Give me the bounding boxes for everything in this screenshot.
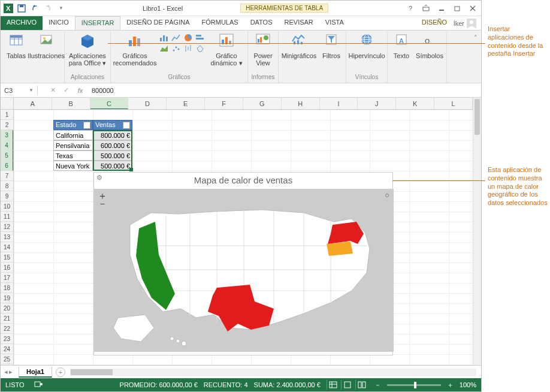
tab-formulas[interactable]: FÓRMULAS [196, 16, 244, 30]
table-header-ventas[interactable]: Ventas▾ [93, 120, 132, 130]
row-header[interactable]: 2 [1, 120, 13, 130]
row-header[interactable]: 7 [1, 171, 13, 181]
filters-button[interactable]: Filtros [319, 33, 343, 67]
row-header[interactable]: 23 [1, 334, 13, 344]
tab-datos[interactable]: DATOS [244, 16, 279, 30]
column-header[interactable]: E [167, 98, 205, 109]
column-header[interactable]: C [90, 98, 129, 109]
zoom-in-icon[interactable]: ＋ [447, 381, 454, 390]
horizontal-scrollbar[interactable] [70, 369, 476, 376]
map-zoom-controls[interactable]: ＋－ [98, 192, 107, 208]
help-icon[interactable]: ? [404, 3, 416, 14]
table-cell[interactable]: 500.000 € [93, 161, 132, 171]
tab-insertar[interactable]: INSERTAR [75, 16, 121, 30]
text-button[interactable]: ATexto [390, 33, 413, 67]
macro-record-icon[interactable] [34, 381, 43, 389]
zoom-out-icon[interactable]: － [374, 381, 381, 390]
tab-archivo[interactable]: ARCHIVO [1, 16, 43, 30]
row-header[interactable]: 15 [1, 252, 13, 263]
tab-inicio[interactable]: INICIO [43, 16, 75, 30]
table-cell[interactable]: Pensilvania [53, 140, 93, 150]
row-header[interactable]: 19 [1, 293, 13, 303]
fx-icon[interactable]: fx [72, 87, 88, 94]
filter-dropdown-icon[interactable]: ▾ [123, 122, 130, 129]
undo-icon[interactable] [29, 3, 40, 14]
filter-dropdown-icon[interactable]: ▾ [83, 122, 90, 129]
save-icon[interactable] [16, 3, 27, 14]
signed-in-user[interactable]: Íker [454, 19, 476, 28]
row-header[interactable]: 20 [1, 303, 13, 313]
table-cell[interactable]: 800.000 € [93, 130, 132, 140]
sheet-nav-next-icon[interactable]: ▸ [9, 368, 13, 376]
row-header[interactable]: 5 [1, 150, 13, 161]
qat-dropdown-icon[interactable]: ▼ [56, 3, 67, 14]
row-header[interactable]: 1 [1, 110, 13, 120]
row-header[interactable]: 17 [1, 273, 13, 283]
restore-icon[interactable] [451, 3, 463, 14]
view-page-layout-icon[interactable] [341, 380, 354, 390]
select-all-corner[interactable] [1, 98, 14, 110]
table-cell[interactable]: 600.000 € [93, 140, 132, 150]
row-header[interactable]: 8 [1, 181, 13, 191]
column-header[interactable]: D [128, 98, 167, 109]
sparklines-button[interactable]: Minigráficos [281, 33, 317, 67]
table-cell[interactable]: 500.000 € [93, 150, 132, 161]
content-app-heatmap[interactable]: ⚙ Mapa de calor de ventas ＋－ [93, 172, 393, 355]
table-header-estado[interactable]: Estado▾ [53, 120, 93, 130]
new-sheet-button[interactable]: + [56, 367, 65, 377]
redo-icon[interactable] [43, 3, 53, 14]
row-header[interactable]: 12 [1, 222, 13, 232]
tab-vista[interactable]: VISTA [319, 16, 350, 30]
ribbon-options-icon[interactable] [420, 3, 432, 14]
row-header[interactable]: 21 [1, 313, 13, 324]
column-header[interactable]: F [205, 98, 243, 109]
formula-input[interactable]: 800000 [88, 86, 481, 95]
column-headers[interactable]: ABCDEFGHIJKL [14, 98, 473, 110]
table-cell[interactable]: California [53, 130, 93, 140]
sheet-nav-prev-icon[interactable]: ◂ [4, 368, 8, 376]
close-icon[interactable] [467, 3, 479, 14]
row-header[interactable]: 13 [1, 232, 13, 242]
row-header[interactable]: 10 [1, 201, 13, 212]
collapse-ribbon-icon[interactable]: ˄ [470, 32, 481, 44]
column-header[interactable]: G [243, 98, 282, 109]
table-cell[interactable]: Nueva York [53, 161, 93, 171]
recommended-charts-button[interactable]: Gráficos recomendados [113, 33, 156, 67]
spreadsheet-grid[interactable]: ABCDEFGHIJKL 123456789101112131415161718… [1, 98, 481, 365]
pivotchart-button[interactable]: Gráfico dinámico ▾ [208, 33, 245, 67]
column-header[interactable]: H [282, 98, 320, 109]
row-header[interactable]: 14 [1, 242, 13, 252]
row-header[interactable]: 9 [1, 191, 13, 201]
row-header[interactable]: 3 [1, 130, 13, 140]
symbols-button[interactable]: ΩSímbolos [415, 33, 444, 67]
tables-button[interactable]: Tablas [4, 33, 28, 67]
row-header[interactable]: 16 [1, 263, 13, 273]
minimize-icon[interactable] [436, 3, 448, 14]
view-page-break-icon[interactable] [355, 380, 368, 390]
row-headers[interactable]: 1234567891011121314151617181920212223242… [1, 110, 14, 365]
tab-diseno-pagina[interactable]: DISEÑO DE PÁGINA [120, 16, 195, 30]
row-header[interactable]: 24 [1, 344, 13, 354]
illustrations-button[interactable]: Ilustraciones [31, 33, 62, 67]
column-header[interactable]: L [434, 98, 473, 109]
row-header[interactable]: 4 [1, 140, 13, 150]
row-header[interactable]: 25 [1, 354, 13, 364]
column-header[interactable]: J [358, 98, 396, 109]
tab-diseno[interactable]: DISEÑO [416, 16, 453, 30]
vertical-scrollbar[interactable] [473, 98, 481, 365]
row-header[interactable]: 22 [1, 324, 13, 334]
row-header[interactable]: 11 [1, 212, 13, 222]
enter-formula-icon[interactable]: ✓ [64, 86, 69, 94]
power-view-button[interactable]: Power View [250, 33, 276, 67]
column-header[interactable]: K [396, 98, 434, 109]
table-cell[interactable]: Texas [53, 150, 93, 161]
name-box[interactable]: C3▼ [1, 86, 38, 95]
column-header[interactable]: A [14, 98, 52, 109]
hyperlink-button[interactable]: Hipervínculo [349, 33, 385, 67]
row-header[interactable]: 18 [1, 283, 13, 293]
view-normal-icon[interactable] [327, 380, 340, 390]
app-settings-gear-icon[interactable]: ⚙ [96, 174, 102, 182]
row-header[interactable]: 6 [1, 161, 13, 171]
apps-for-office-button[interactable]: Aplicaciones para Office ▾ [67, 33, 108, 67]
tab-revisar[interactable]: REVISAR [279, 16, 319, 30]
